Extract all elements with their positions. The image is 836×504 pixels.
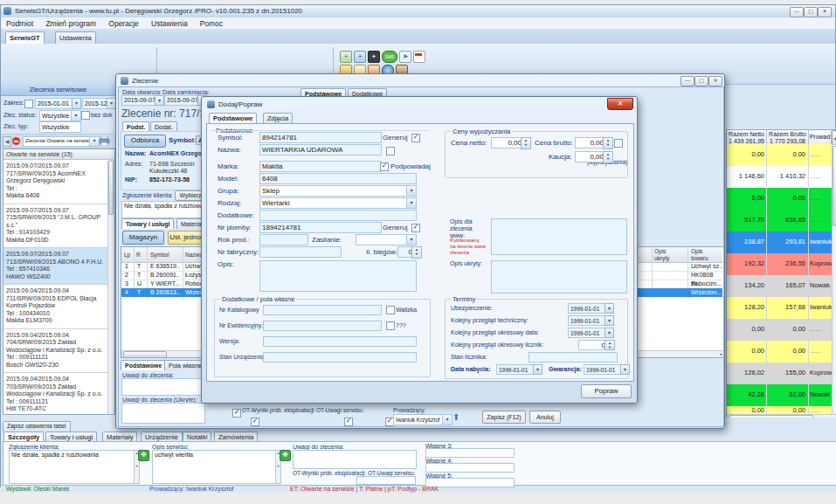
tab-serwisgt[interactable]: SerwisGT (5, 31, 45, 45)
kaucja-spinner[interactable]: ▲▼ (603, 151, 613, 163)
kpol-field[interactable]: 0 (578, 340, 608, 350)
ubezpieczenie-picker-icon[interactable]: ▾ (605, 303, 614, 314)
nr-plomby-field[interactable]: 1894214781 (259, 222, 382, 233)
walizka-checkbox[interactable] (386, 306, 395, 314)
grid-row[interactable]: 0,000,00...... (727, 406, 832, 414)
grid-row[interactable]: 1 146,601 410,32...... (727, 166, 832, 189)
kpol-spinner[interactable]: ▲▼ (605, 340, 615, 350)
view-dropdown-arrow[interactable]: ▾ (89, 137, 99, 146)
close-button[interactable]: ✕ (818, 7, 832, 17)
anuluj-button[interactable]: Anuluj (529, 411, 561, 424)
status-dropdown-arrow[interactable]: ▾ (71, 111, 80, 121)
promote-icon[interactable]: ⬆ (453, 412, 459, 422)
zlecenie-close-button[interactable]: ✕ (708, 76, 722, 86)
maximize-button[interactable]: ▢ (804, 7, 818, 17)
order-copy-icon[interactable]: + (354, 51, 366, 63)
col-opis-towaru[interactable]: Opis towaru (691, 248, 717, 262)
grid-row[interactable]: 0,000,00...... (727, 188, 832, 211)
ot-uwagi-field[interactable] (356, 476, 416, 485)
col-r[interactable]: R (136, 252, 141, 259)
kpo-field[interactable]: 1999-01-01 (568, 328, 608, 338)
grid-row[interactable]: 42,2852,00Nowak (727, 384, 832, 407)
dodatkowe-field[interactable] (259, 210, 417, 221)
generuj2-checkbox[interactable] (411, 224, 420, 232)
stan-urzadzenia-field[interactable] (263, 352, 417, 362)
expand-opis-icon[interactable]: ✥ (280, 450, 291, 461)
prowadzacy-dropdown-arrow[interactable]: ▾ (442, 415, 452, 425)
podpowiadaj-checkbox[interactable] (380, 162, 389, 171)
grid-row[interactable]: 128,20157,68Iwaniuk (727, 297, 832, 320)
scroll-right-icon[interactable]: ▸ (720, 351, 722, 357)
odbiorca-button[interactable]: Odbiorca (124, 135, 166, 148)
data-zamkniecia-field[interactable]: 2015-09-07 (164, 95, 201, 106)
dialog-tab-podstawowe[interactable]: Podstawowe (209, 113, 257, 123)
list-item[interactable]: 2015.09.04/2015.09.04 703/SRW/09/2015 Za… (3, 373, 107, 415)
minimize-button[interactable]: — (790, 7, 804, 17)
col-symbol[interactable]: Symbol (150, 252, 169, 259)
kaucja-field[interactable]: 0,00 (575, 151, 606, 162)
list-item-selected[interactable]: 2015.09.07/2015.09.07 713/SRW/09/2015 AB… (3, 248, 107, 285)
popraw-button[interactable]: Popraw (581, 384, 632, 398)
opis-ukryty-textarea[interactable] (491, 260, 627, 293)
zgloszenie-klienta-textarea[interactable]: Nie działa, spadła z rusztowania ▲▼ (9, 450, 140, 484)
data-otwarcia-field[interactable]: 2015-09-07 (121, 95, 158, 106)
print-list-icon[interactable] (99, 136, 110, 146)
nr-fabryczny-field[interactable] (259, 246, 342, 258)
uwagi-textarea[interactable] (121, 378, 205, 396)
opis-textarea[interactable] (259, 260, 417, 292)
ot-uwagi-checkbox[interactable] (344, 418, 353, 426)
dialog-titlebar[interactable]: Dodaj/Popraw ✕ (204, 98, 635, 111)
clear-filter-icon[interactable] (12, 137, 20, 145)
marka-field[interactable]: Makita (259, 161, 382, 172)
grid-vscrollbar[interactable] (832, 144, 836, 416)
dialog-close-button[interactable]: ✕ (607, 98, 633, 110)
nazwa-field[interactable]: WIERTARKIA UDAROWA (259, 144, 382, 155)
kpo-picker-icon[interactable]: ▾ (605, 328, 614, 338)
zapisz-button[interactable]: Zapisz (F12) (482, 411, 526, 424)
dialog-tab-zdjecia[interactable]: Zdjęcia (263, 113, 293, 123)
col-lp[interactable]: Lp (124, 252, 130, 259)
card-icon[interactable] (413, 51, 425, 63)
grid-row[interactable]: 192,32236,55Koprow (727, 253, 832, 276)
uwagi-do-zlecenia-textarea[interactable] (293, 450, 417, 469)
save-table-settings-button[interactable]: Zapisz ustawienia tabel (3, 421, 71, 432)
il-biegow-spinner[interactable]: ▲▼ (411, 246, 422, 259)
grid-row[interactable]: 517,76636,85...... (727, 210, 832, 232)
wersja-field[interactable] (263, 336, 417, 347)
uwagi-ukryte-textarea[interactable] (121, 403, 205, 424)
grupa-dropdown-arrow[interactable]: ▾ (406, 186, 416, 196)
cena-netto-field[interactable]: 0,00 (491, 137, 524, 148)
kpt-picker-icon[interactable]: ▾ (605, 315, 614, 326)
bez-dok-checkbox[interactable] (81, 111, 90, 120)
menu-ustawienia[interactable]: Ustawienia (146, 17, 193, 30)
zlecenie-minimize-button[interactable]: — (681, 76, 694, 86)
magazyn-button[interactable]: Magazyn (122, 231, 164, 245)
rodzaj-dropdown[interactable]: Wiertarki▾ (259, 197, 417, 209)
data-otwarcia-picker-icon[interactable]: ▾ (155, 95, 164, 106)
order-add-icon[interactable]: + (340, 51, 352, 63)
checkbox[interactable] (232, 409, 241, 418)
menu-operacje[interactable]: Operacje (103, 17, 144, 30)
aktywny-checkbox[interactable] (614, 139, 623, 148)
grid-row-selected[interactable]: 238,87293,81Iwaniuk (727, 231, 832, 254)
status-dropdown[interactable]: Wszystkie▾ (39, 110, 81, 121)
col-nazwa[interactable]: Nazwa (185, 252, 203, 259)
col-opis-ukryty[interactable]: Opis ukryty (654, 248, 679, 262)
wlasne3-field[interactable] (425, 448, 515, 458)
nazwa-checkbox[interactable] (386, 147, 395, 155)
cena-brutto-spinner[interactable]: ▲▼ (603, 137, 613, 149)
cena-netto-spinner[interactable]: ▲▼ (521, 137, 531, 149)
gwarancja-picker-icon[interactable]: ▾ (620, 364, 630, 375)
tab-ustawienia[interactable]: Ustawienia (55, 31, 96, 45)
grid-row[interactable]: 0,000,00...... (727, 319, 832, 342)
grid-row[interactable]: 0,000,00...... (727, 144, 832, 167)
stan-licznika-field[interactable] (529, 352, 618, 362)
view-dropdown[interactable]: Zlecenia Otwarte na serwisie▾ (23, 136, 100, 147)
opis-www-textarea[interactable] (491, 218, 627, 255)
qqq-checkbox[interactable] (386, 321, 395, 330)
generuj-checkbox[interactable] (411, 134, 420, 142)
zlecenie-titlebar[interactable]: Zlecenie — ▢ ✕ (118, 75, 722, 86)
list-item[interactable]: 2015.09.07/2015.09.07 715/SRW/09/2015 "J… (3, 204, 107, 249)
zakres-checkbox[interactable] (24, 100, 33, 108)
data-nabycia-picker-icon[interactable]: ▾ (533, 364, 542, 375)
